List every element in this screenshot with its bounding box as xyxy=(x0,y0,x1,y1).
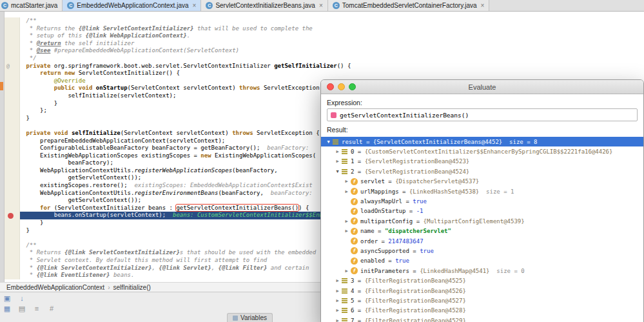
code-segment: (beanFactory, xyxy=(218,190,270,196)
debug-toolbar-row: ▣↓ xyxy=(3,294,56,303)
tree-row[interactable]: floadOnStartup = -1 xyxy=(321,206,643,216)
tree-row[interactable]: ▶5 = {FilterRegistrationBean@4527} xyxy=(321,296,643,305)
tree-row[interactable]: ▶1 = {ServletRegistrationBean@4523} xyxy=(321,157,643,166)
tree-row[interactable]: ▼result = {ServletContextInitializerBean… xyxy=(321,137,643,146)
code-segment: * xyxy=(23,47,37,54)
tree-row[interactable]: fenabled = true xyxy=(321,256,643,266)
tree-row[interactable]: ▼2 = {ServletRegistrationBean@4524} xyxy=(321,166,643,176)
tab-EmbeddedWebApplicationContext.java[interactable]: CEmbeddedWebApplicationContext.java× xyxy=(63,0,201,11)
tree-text: order = xyxy=(360,238,388,245)
chevron-collapsed-icon[interactable]: ▶ xyxy=(334,298,341,303)
chevron-expanded-icon[interactable]: ▼ xyxy=(334,169,341,174)
tree-text: 5 = xyxy=(351,297,365,304)
tab-close-icon[interactable]: × xyxy=(481,3,485,9)
close-button[interactable] xyxy=(327,83,334,90)
breadcrumb-item-class[interactable]: EmbeddedWebApplicationContext xyxy=(6,284,104,291)
tree-text: multipartConfig = xyxy=(360,218,424,225)
ide-window: CmcatStarter.javaCEmbeddedWebApplication… xyxy=(0,0,644,322)
code-line: * @return the self initializer xyxy=(5,40,644,48)
view-list-icon[interactable]: ▤ xyxy=(17,305,26,313)
chevron-collapsed-icon[interactable]: ▶ xyxy=(343,219,350,224)
chevron-collapsed-icon[interactable]: ▶ xyxy=(334,288,341,294)
tree-row[interactable]: fasyncSupported = true xyxy=(321,246,643,256)
tab-close-icon[interactable]: × xyxy=(319,3,323,9)
tree-row[interactable]: ▶fmultipartConfig = {MultipartConfigElem… xyxy=(321,216,643,226)
code-segment: WebApplicationContextUtils. xyxy=(23,190,134,196)
dialog-titlebar[interactable]: Evaluate xyxy=(321,80,643,94)
chevron-collapsed-icon[interactable]: ▶ xyxy=(343,228,350,234)
tree-row[interactable]: ▶furlMappings = {LinkedHashSet@4538} siz… xyxy=(321,186,643,196)
code-text: * setup of this {@link WebApplicationCon… xyxy=(20,32,644,40)
code-segment: @Override xyxy=(54,77,86,84)
code-segment: * Returns the xyxy=(23,25,79,32)
tree-row[interactable]: ▶4 = {FilterRegistrationBean@4526} xyxy=(321,286,643,296)
code-segment: getSelfInitializer xyxy=(274,63,337,69)
tab-variables[interactable]: Variables xyxy=(227,313,273,322)
tab-bar: CmcatStarter.javaCEmbeddedWebApplication… xyxy=(0,0,644,12)
chevron-collapsed-icon[interactable]: ▶ xyxy=(334,278,341,283)
tree-row[interactable]: ▶6 = {FilterRegistrationBean@4528} xyxy=(321,306,643,316)
gutter xyxy=(5,182,20,190)
gutter xyxy=(5,17,20,25)
chevron-collapsed-icon[interactable]: ▶ xyxy=(334,149,341,154)
code-segment xyxy=(23,85,54,91)
tree-row[interactable]: ▶7 = {FilterRegistrationBean@4529} xyxy=(321,316,643,322)
gutter xyxy=(5,145,20,152)
chevron-collapsed-icon[interactable]: ▶ xyxy=(334,318,341,322)
chevron-collapsed-icon[interactable]: ▶ xyxy=(343,179,350,184)
code-segment: selfInitialize xyxy=(72,130,121,136)
tree-row[interactable]: ▶0 = {CustomServletContextInitializer$$E… xyxy=(321,146,643,156)
tree-text: {DispatcherServlet@4537} xyxy=(395,178,479,185)
tab-ServletContextInitializerBeans.java[interactable]: CServletContextInitializerBeans.java× xyxy=(201,0,327,11)
pin-icon[interactable]: # xyxy=(47,305,56,313)
code-segment: beans.onStartup(servletContext); xyxy=(23,212,173,218)
expression-input[interactable]: getServletContextInitializerBeans() xyxy=(327,108,638,121)
code-segment: * xyxy=(23,265,37,271)
tree-row[interactable]: ▶fservlet = {DispatcherServlet@4537} xyxy=(321,177,643,186)
tab-TomcatEmbeddedServletContainerFactory.java[interactable]: CTomcatEmbeddedServletContainerFactory.j… xyxy=(328,0,490,11)
tree-text: {CustomServletContextInitializer$$Enhanc… xyxy=(365,148,613,155)
list-item-icon xyxy=(342,168,348,175)
code-segment: prepareEmbeddedWebApplicationContext(ser… xyxy=(23,137,225,144)
chevron-collapsed-icon[interactable]: ▶ xyxy=(343,189,350,194)
tab-mcatStarter.java[interactable]: CmcatStarter.java xyxy=(0,0,63,11)
menu-icon[interactable]: ≡ xyxy=(32,305,41,313)
tree-text: {FilterRegistrationBean@4528} xyxy=(365,307,466,314)
code-segment: ServletContextInitializer() { xyxy=(79,70,180,76)
code-segment: }; xyxy=(23,107,47,114)
breadcrumb-item-method[interactable]: selfInitialize() xyxy=(113,284,150,291)
minimize-button[interactable] xyxy=(338,83,345,90)
code-segment: {@link Servlet} xyxy=(159,265,211,271)
tree-row[interactable]: ▶3 = {FilterRegistrationBean@4525} xyxy=(321,276,643,285)
gutter xyxy=(5,272,20,279)
code-segment: registerEnvironmentBeans xyxy=(134,190,218,196)
chevron-expanded-icon[interactable]: ▼ xyxy=(325,139,332,145)
code-text: /** xyxy=(20,17,644,25)
zoom-button[interactable] xyxy=(349,83,356,90)
gutter xyxy=(5,100,20,108)
tree-text: size = 8 xyxy=(506,139,538,145)
tree-row[interactable]: ▶finitParameters = {LinkedHashMap@4541} … xyxy=(321,266,643,276)
gutter xyxy=(5,70,20,77)
tree-row[interactable]: forder = 2147483647 xyxy=(321,236,643,246)
show-execution-point-icon[interactable]: ▣ xyxy=(3,294,12,303)
chevron-collapsed-icon[interactable]: ▶ xyxy=(343,268,350,274)
chevron-collapsed-icon[interactable]: ▶ xyxy=(334,308,341,313)
breakpoint-icon[interactable] xyxy=(8,213,14,219)
tree-text: servlet = xyxy=(360,178,395,185)
view-grid-icon[interactable]: ▦ xyxy=(3,305,12,313)
gutter xyxy=(5,190,20,197)
code-segment: ExistingWebApplicationScopes existingSco… xyxy=(23,152,200,159)
code-segment: * xyxy=(23,272,37,278)
chevron-collapsed-icon[interactable]: ▶ xyxy=(334,159,341,164)
code-line: * Returns the {@link ServletContextIniti… xyxy=(5,25,644,33)
tab-close-icon[interactable]: × xyxy=(193,3,197,9)
code-line: /** xyxy=(5,17,644,25)
code-segment: onStartup xyxy=(96,85,128,91)
code-segment: {@link ServletContextInitializer} xyxy=(64,249,180,256)
tree-row[interactable]: falwaysMapUrl = true xyxy=(321,196,643,206)
step-over-icon[interactable]: ↓ xyxy=(17,294,26,303)
gutter[interactable] xyxy=(5,212,20,219)
list-item-icon xyxy=(342,297,348,304)
tree-row[interactable]: ▶fname = "dispatcherServlet" xyxy=(321,226,643,236)
